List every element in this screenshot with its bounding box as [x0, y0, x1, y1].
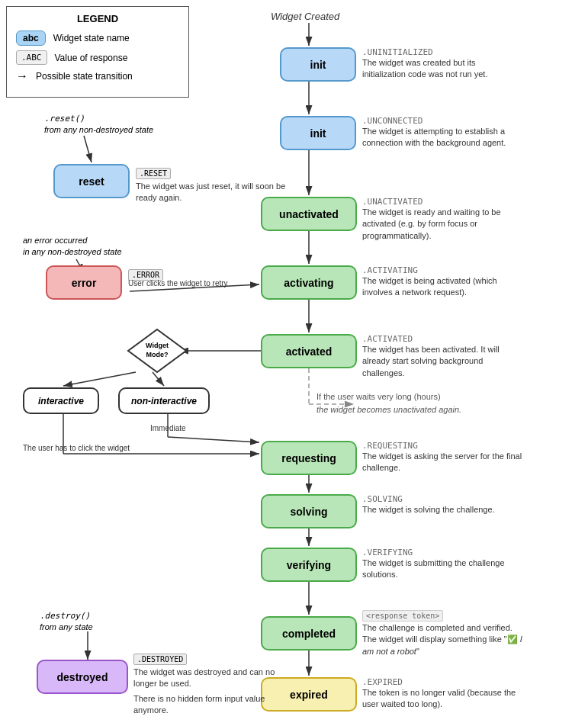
- annotation-solving: .SOLVING The widget is solving the chall…: [362, 494, 495, 516]
- completed-desc: The challenge is completed and verified.…: [362, 622, 522, 657]
- click-label: The user has to click the widget: [23, 444, 130, 452]
- node-non-interactive: non-interactive: [118, 387, 210, 414]
- node-completed: completed: [261, 616, 357, 651]
- legend-state-badge: abc: [16, 31, 46, 46]
- node-interactive: interactive: [23, 387, 99, 414]
- annotation-requesting: .REQUESTING The widget is asking the ser…: [362, 441, 522, 474]
- annotation-verifying: .VERIFYING The widget is submitting the …: [362, 548, 522, 581]
- legend-title: LEGEND: [16, 13, 179, 24]
- node-init-unconnected: init: [280, 116, 356, 150]
- annotation-activating: .ACTIVATING The widget is being activate…: [362, 265, 522, 299]
- annotation-completed: <response token> The challenge is comple…: [362, 610, 522, 657]
- svg-text:Widget: Widget: [146, 342, 169, 349]
- immediate-label: Immediate: [150, 424, 186, 432]
- annotation-activated: .ACTIVATED The widget has been activated…: [362, 334, 522, 379]
- node-init-uninitialized: init: [280, 47, 356, 82]
- error-trigger-label: an error occurred in any non-destroyed s…: [23, 235, 122, 259]
- svg-line-15: [168, 437, 259, 442]
- annotation-reset: .RESET The widget was just reset, it wil…: [136, 168, 288, 204]
- legend-transition-desc: Possible state transition: [36, 71, 133, 82]
- error-retry-label: User clicks the widget to retry: [128, 279, 228, 288]
- dashed-annotation: If the user waits very long (hours) the …: [316, 390, 461, 416]
- widget-mode-diamond: Widget Mode?: [127, 328, 188, 374]
- annotation-destroyed: .DESTROYED The widget was destroyed and …: [133, 654, 286, 717]
- node-reset: reset: [53, 164, 130, 198]
- legend-row-transition: → Possible state transition: [16, 69, 179, 83]
- legend-row-response: .ABC Value of response: [16, 50, 179, 65]
- node-requesting: requesting: [261, 441, 357, 475]
- annotation-expired: .EXPIRED The token is no longer valid (b…: [362, 677, 522, 711]
- destroy-trigger-label: .destroy() from any state: [40, 610, 93, 634]
- node-solving: solving: [261, 494, 357, 528]
- annotation-uninitialized: .UNINITIALIZED The widget was created bu…: [362, 47, 515, 81]
- legend-box: LEGEND abc Widget state name .ABC Value …: [6, 6, 189, 98]
- node-destroyed: destroyed: [37, 660, 128, 694]
- node-activated: activated: [261, 334, 357, 368]
- svg-line-20: [84, 136, 92, 162]
- node-error: error: [46, 265, 122, 300]
- svg-text:Mode?: Mode?: [146, 351, 169, 358]
- svg-line-10: [63, 372, 136, 386]
- legend-row-state: abc Widget state name: [16, 31, 179, 46]
- node-verifying: verifying: [261, 548, 357, 582]
- widget-created-label: Widget Created: [271, 11, 339, 22]
- completed-code-badge: <response token>: [362, 610, 443, 622]
- annotation-unactivated: .UNACTIVATED The widget is ready and wai…: [362, 197, 522, 242]
- svg-line-11: [153, 372, 164, 386]
- reset-code-badge: .RESET: [136, 168, 171, 179]
- legend-state-desc: Widget state name: [53, 33, 130, 43]
- node-activating: activating: [261, 265, 357, 300]
- destroyed-code-badge: .DESTROYED: [133, 654, 187, 665]
- legend-response-desc: Value of response: [55, 53, 128, 63]
- annotation-unconnected: .UNCONNECTED The widget is attempting to…: [362, 116, 522, 149]
- page: LEGEND abc Widget state name .ABC Value …: [0, 0, 588, 726]
- legend-arrow: →: [16, 69, 28, 83]
- reset-trigger-label: .reset() from any non-destroyed state: [44, 113, 153, 137]
- legend-response-badge: .ABC: [16, 50, 47, 65]
